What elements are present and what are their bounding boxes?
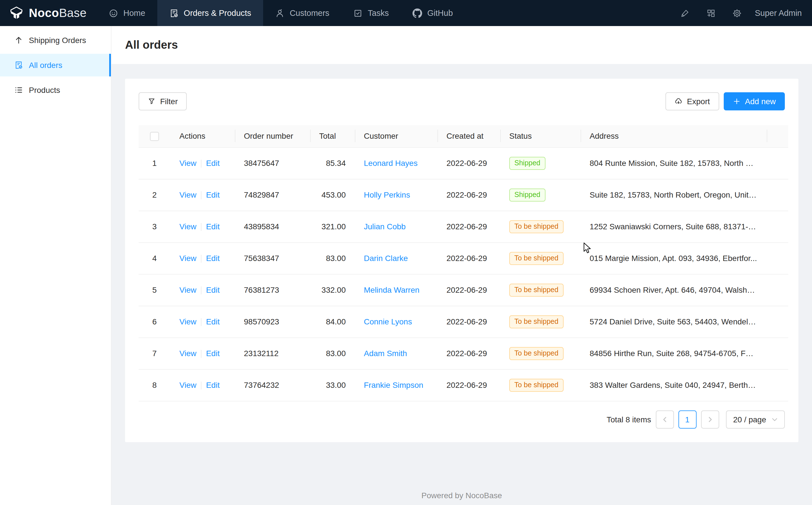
row-index: 2 — [152, 190, 157, 199]
status-badge: To be shipped — [509, 251, 564, 265]
page-size-select[interactable]: 20 / page — [726, 410, 785, 428]
view-link[interactable]: View — [179, 159, 196, 168]
customer-link[interactable]: Frankie Simpson — [364, 380, 423, 389]
select-all-checkbox[interactable] — [150, 132, 159, 141]
edit-link[interactable]: Edit — [206, 222, 220, 231]
plus-icon — [733, 98, 741, 105]
order-number-cell: 73764232 — [235, 369, 310, 401]
column-header-status: Status — [500, 125, 581, 147]
table-row: 6 ViewEdit 98570923 84.00 Connie Lyons 2… — [139, 306, 788, 337]
view-link[interactable]: View — [179, 190, 196, 199]
edit-link[interactable]: Edit — [206, 159, 220, 168]
filter-button[interactable]: Filter — [139, 92, 187, 111]
edit-link[interactable]: Edit — [206, 317, 220, 326]
add-new-button[interactable]: Add new — [724, 92, 785, 111]
order-check-icon — [14, 60, 23, 69]
edit-link[interactable]: Edit — [206, 285, 220, 294]
view-link[interactable]: View — [179, 285, 196, 294]
nav-item-github[interactable]: GitHub — [400, 0, 465, 26]
edit-link[interactable]: Edit — [206, 380, 220, 389]
customer-link[interactable]: Julian Cobb — [364, 222, 406, 231]
order-number-cell: 98570923 — [235, 306, 310, 337]
view-link[interactable]: View — [179, 222, 196, 231]
current-user-menu[interactable]: Super Admin — [755, 8, 802, 18]
status-badge: Shipped — [509, 157, 545, 170]
top-navbar: NocoBase Home Orders & Produ — [0, 0, 812, 26]
edit-link[interactable]: Edit — [206, 190, 220, 199]
view-link[interactable]: View — [179, 254, 196, 263]
cloud-download-icon — [674, 98, 683, 105]
sidebar-item-all-orders[interactable]: All orders — [0, 54, 111, 76]
action-divider — [201, 318, 202, 326]
settings-button[interactable] — [724, 0, 750, 26]
column-header-created-at: Created at — [438, 125, 500, 147]
nav-item-customers[interactable]: Customers — [263, 0, 341, 26]
page-1-button[interactable]: 1 — [678, 410, 696, 428]
powered-by-footer: Powered by NocoBase — [422, 491, 502, 500]
edit-link[interactable]: Edit — [206, 349, 220, 358]
sidebar: Shipping Orders All orders Products — [0, 26, 111, 505]
customer-link[interactable]: Darin Clarke — [364, 254, 408, 263]
user-icon — [275, 8, 285, 18]
nav-item-label: Orders & Products — [184, 8, 251, 18]
sidebar-item-label: All orders — [29, 60, 62, 69]
edit-link[interactable]: Edit — [206, 254, 220, 263]
page-title: All orders — [125, 38, 178, 51]
chevron-down-icon — [772, 416, 778, 422]
nav-item-label: Tasks — [368, 8, 389, 18]
order-number-cell: 43895834 — [235, 211, 310, 242]
column-header-total: Total — [310, 125, 355, 147]
total-cell: 332.00 — [310, 274, 355, 306]
table-row: 8 ViewEdit 73764232 33.00 Frankie Simpso… — [139, 369, 788, 401]
view-link[interactable]: View — [179, 380, 196, 389]
filter-icon — [148, 98, 156, 105]
view-link[interactable]: View — [179, 317, 196, 326]
customer-link[interactable]: Holly Perkins — [364, 190, 410, 199]
customer-link[interactable]: Connie Lyons — [364, 317, 412, 326]
nav-item-tasks[interactable]: Tasks — [341, 0, 400, 26]
prev-page-button[interactable] — [655, 410, 673, 428]
sidebar-item-shipping-orders[interactable]: Shipping Orders — [0, 29, 111, 51]
blocks-add-icon — [707, 8, 716, 18]
sidebar-item-label: Shipping Orders — [29, 36, 86, 45]
customer-link[interactable]: Melinda Warren — [364, 285, 420, 294]
content-body: Filter Export — [111, 64, 812, 505]
address-cell: 69934 Schoen River, Apt. 646, 49704, Wal… — [581, 274, 767, 306]
total-cell: 84.00 — [310, 306, 355, 337]
view-link[interactable]: View — [179, 349, 196, 358]
export-button[interactable]: Export — [665, 92, 719, 111]
address-cell: 84856 Hirthe Run, Suite 268, 94754-6705,… — [581, 337, 767, 369]
nav-item-home[interactable]: Home — [97, 0, 157, 26]
ui-editor-button[interactable] — [672, 0, 698, 26]
row-index: 4 — [152, 254, 157, 263]
action-divider — [201, 287, 202, 294]
total-cell: 453.00 — [310, 179, 355, 211]
nocobase-logo[interactable]: NocoBase — [0, 0, 97, 26]
row-index: 8 — [152, 380, 157, 389]
row-index: 6 — [152, 317, 157, 326]
nav-item-orders-products[interactable]: Orders & Products — [157, 0, 263, 26]
main-nav-menu: Home Orders & Products Customers — [97, 0, 465, 26]
chevron-right-icon — [707, 416, 713, 422]
customer-link[interactable]: Leonard Hayes — [364, 159, 418, 168]
created-at-cell: 2022-06-29 — [438, 242, 500, 274]
address-cell: Suite 182, 15783, North Robert, Oregon, … — [581, 179, 767, 211]
status-badge: Shipped — [509, 188, 545, 201]
row-index: 1 — [152, 159, 157, 168]
smiley-icon — [109, 8, 118, 18]
page-header: All orders — [111, 26, 812, 64]
action-divider — [201, 191, 202, 199]
table-row: 3 ViewEdit 43895834 321.00 Julian Cobb 2… — [139, 211, 788, 242]
next-page-button[interactable] — [701, 410, 719, 428]
row-index: 7 — [152, 349, 157, 358]
created-at-cell: 2022-06-29 — [438, 179, 500, 211]
check-square-icon — [353, 8, 363, 18]
github-icon — [413, 8, 422, 18]
plugin-manager-button[interactable] — [698, 0, 724, 26]
total-cell: 85.34 — [310, 147, 355, 179]
table-header-row: Actions Order number Total Customer Crea… — [139, 125, 788, 147]
nav-item-label: Customers — [290, 8, 329, 18]
sidebar-item-products[interactable]: Products — [0, 79, 111, 101]
column-header-customer: Customer — [355, 125, 438, 147]
customer-link[interactable]: Adam Smith — [364, 349, 407, 358]
